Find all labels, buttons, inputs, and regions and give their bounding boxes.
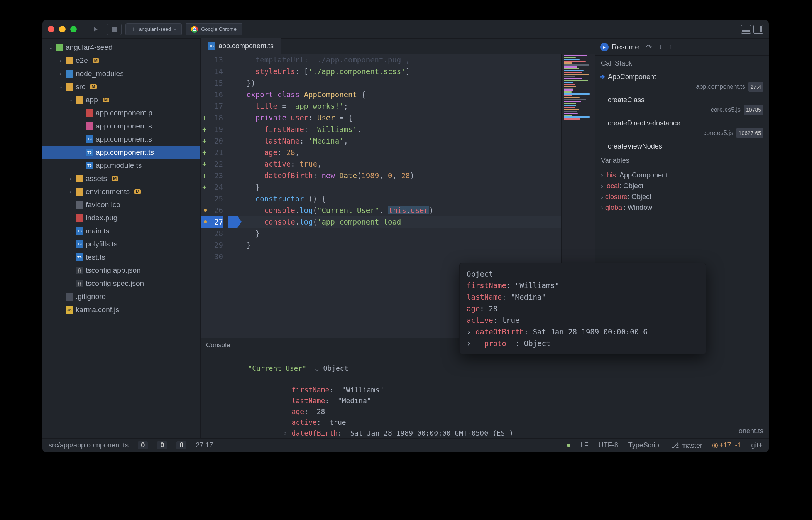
console-prop[interactable]: firstName: "Williams" (206, 385, 590, 395)
step-out-icon[interactable]: ↑ (669, 43, 673, 51)
status-count-0[interactable]: 0 (138, 441, 148, 449)
stack-frame[interactable]: createClasscore.es5.js10785 (595, 93, 769, 116)
atom-icon: ⚛ (131, 26, 136, 32)
status-branch[interactable]: ⎇ master (671, 441, 702, 450)
resume-label: Resume (612, 43, 639, 51)
chevron-down-icon[interactable]: ⌄ (315, 364, 319, 372)
tree-item[interactable]: TStest.ts (42, 251, 200, 264)
console-prop[interactable]: › dateOfBirth: Sat Jan 28 1989 00:00:00 … (206, 428, 590, 438)
status-path[interactable]: src/app/app.component.ts (49, 441, 129, 449)
tree-item[interactable]: favicon.ico (42, 198, 200, 211)
stack-frame[interactable]: createDirectiveInstancecore.es5.js10627:… (595, 116, 769, 140)
file-tree[interactable]: ⌄angular4-seed›e2eM›node_modules⌄srcM⌄ap… (42, 39, 201, 438)
chrome-icon (191, 26, 198, 33)
status-dot-icon (567, 444, 570, 447)
modified-badge: M (90, 84, 96, 89)
tooltip-prop: › dateOfBirth: Sat Jan 28 1989 00:00:00 … (467, 326, 699, 338)
debug-toolbar: ▸ Resume ↷ ↓ ↑ (595, 39, 769, 56)
tree-item[interactable]: ›assetsM (42, 172, 200, 185)
json-icon: {} (76, 280, 83, 287)
titlebar: ⚛ angular4-seed ▾ Google Chrome (42, 20, 769, 39)
step-into-icon[interactable]: ↓ (659, 43, 662, 51)
tree-item[interactable]: .gitignore (42, 290, 200, 303)
tree-item[interactable]: {}tsconfig.spec.json (42, 277, 200, 290)
tree-item-label: src (76, 83, 85, 91)
call-stack[interactable]: AppComponentapp.component.ts27:4createCl… (595, 70, 769, 153)
status-encoding[interactable]: UTF-8 (599, 441, 618, 449)
tree-item-label: e2e (76, 56, 88, 65)
chevron-down-icon: ▾ (174, 27, 176, 31)
tree-item[interactable]: ⌄srcM (42, 80, 200, 93)
console-prop[interactable]: lastName: "Medina" (206, 395, 590, 406)
status-cursor[interactable]: 27:17 (196, 441, 213, 449)
console-prop[interactable]: age: 28 (206, 406, 590, 417)
variable-row[interactable]: closure: Object (601, 191, 763, 202)
stack-frame[interactable]: AppComponentapp.component.ts27:4 (595, 70, 769, 93)
panel-toggle-group (741, 25, 763, 34)
editor-tab[interactable]: TS app.component.ts (201, 38, 281, 54)
variable-row[interactable]: global: Window (601, 202, 763, 213)
tree-item[interactable]: JSkarma.conf.js (42, 303, 200, 316)
minimize-window-button[interactable] (59, 26, 66, 32)
tree-item-label: polyfills.ts (86, 240, 117, 248)
stop-icon[interactable] (107, 24, 122, 35)
modified-badge: M (103, 98, 109, 102)
tree-item-label: app.module.ts (96, 161, 142, 170)
tree-item-label: node_modules (76, 69, 124, 78)
status-lang[interactable]: TypeScript (628, 441, 661, 449)
ts-icon: TS (86, 162, 93, 169)
debug-target[interactable]: Google Chrome (186, 23, 242, 35)
tree-item[interactable]: TSpolyfills.ts (42, 238, 200, 251)
json-icon: {} (76, 267, 83, 274)
resume-button[interactable]: ▸ Resume (600, 43, 639, 51)
tree-item[interactable]: app.component.p (42, 106, 200, 120)
tooltip-prop: › __proto__: Object (467, 338, 699, 349)
tree-item-label: environments (86, 187, 130, 196)
tree-item[interactable]: ›node_modules (42, 67, 200, 80)
status-vcs[interactable]: git+ (751, 441, 763, 449)
modified-badge: M (134, 189, 141, 194)
tree-item[interactable]: ⌄appM (42, 93, 200, 106)
pug-icon (86, 109, 93, 117)
tree-item[interactable]: ›e2eM (42, 54, 200, 67)
tree-item-label: app.component.s (96, 135, 152, 144)
close-window-button[interactable] (48, 26, 54, 32)
variable-row[interactable]: this: AppComponent (601, 170, 763, 181)
folder-y-icon (76, 96, 83, 104)
step-over-icon[interactable]: ↷ (646, 43, 652, 51)
tree-item[interactable]: {}tsconfig.app.json (42, 264, 200, 277)
maximize-window-button[interactable] (70, 26, 77, 32)
status-eol[interactable]: LF (580, 441, 589, 449)
variables-list[interactable]: this: AppComponentlocal: Objectclosure: … (595, 167, 769, 215)
lower-file-hint: onent.ts (595, 424, 769, 438)
play-icon[interactable] (88, 24, 103, 35)
variables-title: Variables (595, 153, 769, 167)
tree-item-label: .gitignore (76, 292, 106, 301)
modified-badge: M (112, 176, 118, 181)
tree-item[interactable]: index.pug (42, 211, 200, 225)
tree-item-label: tsconfig.app.json (86, 266, 141, 275)
console-prop[interactable]: active: true (206, 417, 590, 428)
toggle-bottom-panel-button[interactable] (741, 25, 751, 34)
status-count-1[interactable]: 0 (157, 441, 167, 449)
status-count-2[interactable]: 0 (176, 441, 186, 449)
toggle-right-panel-button[interactable] (753, 25, 763, 34)
tree-item[interactable]: TSapp.component.s (42, 133, 200, 146)
folder-y-icon (66, 57, 73, 64)
console-log-type: Object (323, 364, 348, 372)
console-log-label: "Current User" (248, 364, 306, 372)
tree-item[interactable]: app.component.s (42, 120, 200, 133)
gen-icon (66, 293, 73, 301)
root-icon (56, 44, 63, 51)
tree-item[interactable]: ›environmentsM (42, 185, 200, 198)
gutter[interactable]: 131415161718192021222324252627282930 (201, 54, 228, 338)
variable-row[interactable]: local: Object (601, 181, 763, 191)
tree-item[interactable]: TSapp.component.ts (42, 146, 200, 159)
tree-item[interactable]: ⌄angular4-seed (42, 41, 200, 54)
status-diff[interactable]: +17, -1 (712, 441, 741, 449)
project-selector[interactable]: ⚛ angular4-seed ▾ (125, 23, 182, 35)
tree-item[interactable]: TSapp.module.ts (42, 159, 200, 172)
stack-frame[interactable]: createViewNodes (595, 140, 769, 153)
chevron-icon: ⌄ (58, 84, 63, 89)
tree-item[interactable]: TSmain.ts (42, 225, 200, 238)
